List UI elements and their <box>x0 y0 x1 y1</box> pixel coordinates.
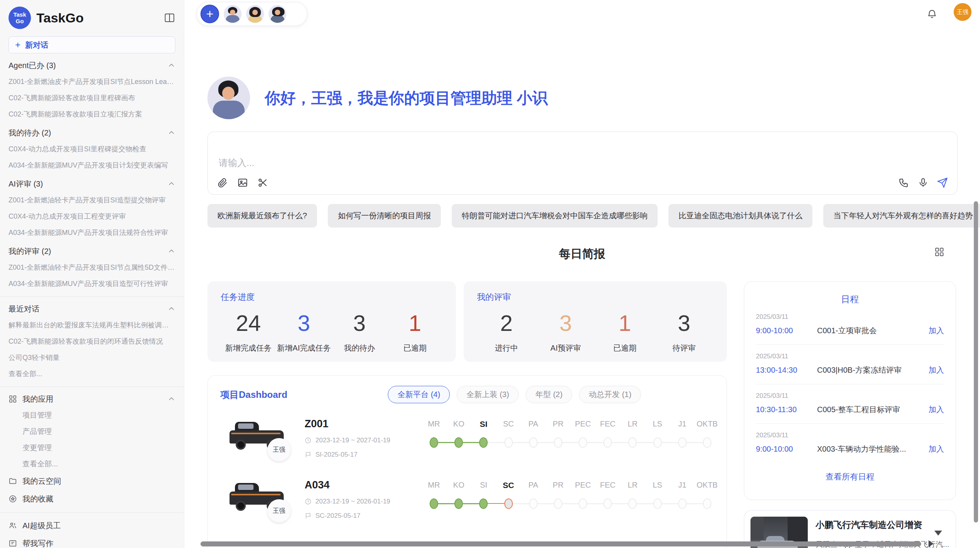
list-item[interactable]: 变更管理 <box>9 440 175 456</box>
milestone-dot[interactable] <box>554 437 562 448</box>
milestone-dot[interactable] <box>454 498 463 509</box>
new-chat-button[interactable]: + 新对话 <box>9 36 175 53</box>
list-item[interactable]: 查看全部... <box>9 366 175 382</box>
dashboard-tab[interactable]: 动总开发 (1) <box>579 386 641 403</box>
sidebar-section-recent[interactable]: 最近对话 <box>9 301 175 317</box>
vertical-scrollbar[interactable] <box>974 201 978 522</box>
milestone-dot[interactable] <box>579 498 587 509</box>
milestone-dot[interactable] <box>603 437 612 448</box>
phone-icon[interactable] <box>898 177 909 188</box>
sidebar-item-tool[interactable]: AI超级员工 <box>9 517 175 534</box>
sidebar-item-tool[interactable]: 帮我写作 <box>9 534 175 548</box>
milestone-dot[interactable] <box>579 437 587 448</box>
chevron-up-icon[interactable] <box>168 180 175 188</box>
agent-avatar[interactable] <box>246 5 264 23</box>
chevron-up-icon[interactable] <box>168 129 175 137</box>
list-item[interactable]: 产品管理 <box>9 423 175 440</box>
attachment-icon[interactable] <box>217 177 228 188</box>
dashboard-tab[interactable]: 全新上装 (3) <box>457 386 519 403</box>
chat-input-box[interactable]: 请输入... <box>207 132 958 195</box>
notification-bell-icon[interactable] <box>927 9 937 19</box>
sidebar-item-favorites[interactable]: 我的收藏 <box>9 490 175 508</box>
stat-item: 3AI预评审 <box>536 310 595 353</box>
scissors-icon[interactable] <box>257 177 268 188</box>
milestone-dot[interactable] <box>653 437 662 448</box>
milestone-dot[interactable] <box>479 437 488 448</box>
suggestion-chip[interactable]: 比亚迪全固态电池计划具体说了什么 <box>668 204 812 228</box>
milestone-dot[interactable] <box>430 498 438 509</box>
sidebar-collapse-icon[interactable] <box>164 12 175 24</box>
milestone: MR <box>421 420 446 448</box>
chevron-up-icon[interactable] <box>168 305 175 313</box>
image-icon[interactable] <box>237 177 248 188</box>
join-link[interactable]: 加入 <box>929 365 944 375</box>
scroll-down-arrow[interactable] <box>934 531 942 536</box>
milestone-dot[interactable] <box>678 498 687 509</box>
dashboard-tab[interactable]: 全新平台 (4) <box>388 386 450 403</box>
list-item[interactable]: C02-飞腾新能源轻客改款项目立项汇报方案 <box>9 106 175 122</box>
join-link[interactable]: 加入 <box>929 325 944 336</box>
suggestion-chip[interactable]: 欧洲新规最近颁布了什么? <box>207 204 317 228</box>
list-item[interactable]: C0X4-动力总成开发项目工程变更评审 <box>9 208 175 224</box>
list-item[interactable]: C02-飞腾新能源轻客改款项目的闭环通告反馈情况 <box>9 333 175 349</box>
list-item[interactable]: C02-飞腾新能源轻客改款项目里程碑画布 <box>9 90 175 106</box>
milestone-label: FEC <box>595 481 620 492</box>
list-item[interactable]: A034-全新新能源MUV产品开发项目法规符合性评审 <box>9 224 175 241</box>
dashboard-tab[interactable]: 年型 (2) <box>526 386 572 403</box>
horizontal-scrollbar[interactable] <box>200 541 921 546</box>
milestone-dot[interactable] <box>703 437 711 448</box>
join-link[interactable]: 加入 <box>929 444 944 454</box>
chevron-up-icon[interactable] <box>168 247 175 255</box>
stat-label: 已逾期 <box>387 343 443 353</box>
mic-icon[interactable] <box>918 177 929 188</box>
list-item[interactable]: Z001-全新燃油轻卡产品开发项目SI节点属性5D文件评审 <box>9 259 175 276</box>
list-item[interactable]: 查看全部... <box>9 456 175 472</box>
milestone-dot[interactable] <box>454 437 463 448</box>
view-all-schedule-link[interactable]: 查看所有日程 <box>756 471 944 482</box>
milestone-label: PA <box>521 420 546 431</box>
agent-avatar[interactable] <box>269 5 286 23</box>
milestone-dot[interactable] <box>529 498 538 509</box>
list-item[interactable]: 公司Q3轻卡销量 <box>9 349 175 366</box>
list-item[interactable]: 解释最新出台的欧盟报废车法规再生塑料比例被调至15%... <box>9 317 175 333</box>
milestone-dot[interactable] <box>628 437 637 448</box>
send-icon[interactable] <box>937 177 948 188</box>
suggestion-chip[interactable]: 当下年轻人对汽车外观有怎样的喜好趋势 <box>823 204 980 228</box>
list-item[interactable]: A034-全新新能源MUV产品开发项目计划变更表编写 <box>9 157 175 173</box>
add-agent-button[interactable]: + <box>200 5 219 23</box>
sidebar-section-header[interactable]: 我的待办 (2) <box>9 125 175 141</box>
milestone-dot[interactable] <box>603 498 612 509</box>
list-item[interactable]: A034-全新新能源MUV产品开发项目造型可行性评审 <box>9 276 175 292</box>
sidebar-section-header[interactable]: Agent已办 (3) <box>9 57 175 74</box>
sidebar-item-my-apps[interactable]: 我的应用 <box>9 391 175 407</box>
milestone-dot[interactable] <box>628 498 637 509</box>
join-link[interactable]: 加入 <box>929 404 944 415</box>
milestone-dot[interactable] <box>653 498 662 509</box>
sidebar-section-header[interactable]: AI评审 (3) <box>9 176 175 192</box>
schedule-name: C005-整车工程目标评审 <box>817 404 923 415</box>
list-item[interactable]: 项目管理 <box>9 407 175 423</box>
user-avatar[interactable]: 王强 <box>954 3 971 21</box>
milestone-dot[interactable] <box>504 498 513 509</box>
sidebar-section-header[interactable]: 我的评审 (2) <box>9 243 175 259</box>
agent-avatar[interactable] <box>224 5 242 23</box>
scroll-right-arrow[interactable] <box>929 540 934 547</box>
milestone-dot[interactable] <box>703 498 711 509</box>
milestone-dot[interactable] <box>479 498 488 509</box>
suggestion-chip[interactable]: 特朗普可能对进口汽车增税会对中国车企造成哪些影响 <box>452 204 658 228</box>
milestone-dot[interactable] <box>529 437 538 448</box>
sidebar-item-cloud-space[interactable]: 我的云空间 <box>9 472 175 490</box>
chevron-up-icon[interactable] <box>168 62 175 69</box>
list-item[interactable]: Z001-全新燃油轻卡产品开发项目SI造型提交物评审 <box>9 192 175 208</box>
list-item[interactable]: Z001-全新燃油皮卡产品开发项目SI节点Lesson Learn报告 <box>9 74 175 90</box>
milestone-dot[interactable] <box>678 437 687 448</box>
milestone-dot[interactable] <box>504 437 513 448</box>
divider <box>0 387 184 387</box>
list-item[interactable]: C0X4-动力总成开发项目SI里程碑提交物检查 <box>9 141 175 157</box>
chevron-up-icon[interactable] <box>168 395 175 403</box>
briefing-layout-icon[interactable] <box>934 247 944 257</box>
suggestion-chip[interactable]: 如何写一份清晰的项目周报 <box>328 204 441 228</box>
milestone-dot[interactable] <box>554 498 562 509</box>
my-apps-row[interactable]: 我的应用 <box>9 390 168 408</box>
milestone-dot[interactable] <box>430 437 438 448</box>
